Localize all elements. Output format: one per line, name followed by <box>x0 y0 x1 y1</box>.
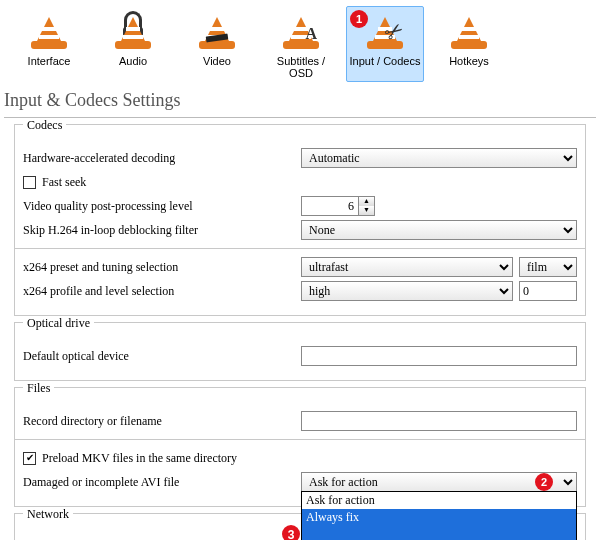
annotation-badge-3: 3 <box>282 525 300 540</box>
tab-label: Input / Codecs <box>349 55 421 67</box>
annotation-badge-1: 1 <box>350 10 368 28</box>
avi-select[interactable]: Ask for action 2 Ask for action Always f… <box>301 472 577 492</box>
spin-down-icon[interactable]: ▼ <box>359 206 374 215</box>
x264-profile-label: x264 profile and level selection <box>23 284 301 299</box>
skip-h264-select[interactable]: None <box>301 220 577 240</box>
page-title: Input & Codecs Settings <box>0 84 600 117</box>
group-legend: Optical drive <box>23 316 94 331</box>
optical-device-input[interactable] <box>301 346 577 366</box>
spin-up-icon[interactable]: ▲ <box>359 197 374 206</box>
tab-label: Subtitles / OSD <box>265 55 337 79</box>
avi-option[interactable]: Ask for action <box>302 492 576 509</box>
tab-label: Audio <box>97 55 169 67</box>
fast-seek-label: Fast seek <box>42 175 86 190</box>
divider <box>15 248 585 249</box>
group-legend: Network <box>23 507 73 522</box>
tab-audio[interactable]: Audio <box>94 6 172 82</box>
tab-interface[interactable]: Interface <box>10 6 88 82</box>
tab-video[interactable]: Video <box>178 6 256 82</box>
preload-mkv-label: Preload MKV files in the same directory <box>42 451 237 466</box>
annotation-badge-2: 2 <box>535 473 553 491</box>
category-toolbar: Interface Audio Video A Subtitles / OSD … <box>0 0 600 84</box>
tab-label: Interface <box>13 55 85 67</box>
hw-decoding-select[interactable]: Automatic <box>301 148 577 168</box>
x264-preset-select[interactable]: ultrafast <box>301 257 513 277</box>
skip-h264-label: Skip H.264 in-loop deblocking filter <box>23 223 301 238</box>
files-group: Files Record directory or filename ✔ Pre… <box>14 387 586 507</box>
optical-group: Optical drive Default optical device <box>14 322 586 381</box>
hw-decoding-label: Hardware-accelerated decoding <box>23 151 301 166</box>
group-legend: Codecs <box>23 118 66 133</box>
fast-seek-checkbox[interactable] <box>23 176 36 189</box>
divider <box>4 117 596 118</box>
x264-tuning-select[interactable]: film <box>519 257 577 277</box>
avi-option[interactable]: Always fix3 <box>302 509 576 540</box>
x264-preset-label: x264 preset and tuning selection <box>23 260 301 275</box>
group-legend: Files <box>23 381 54 396</box>
tab-subtitles[interactable]: A Subtitles / OSD <box>262 6 340 82</box>
preload-mkv-checkbox[interactable]: ✔ <box>23 452 36 465</box>
optical-device-label: Default optical device <box>23 349 301 364</box>
divider <box>15 439 585 440</box>
avi-dropdown-list: Ask for action Always fix3 Never fix Fix… <box>301 491 577 540</box>
vq-pp-label: Video quality post-processing level <box>23 199 301 214</box>
vq-pp-input[interactable] <box>302 197 358 215</box>
letter-a-icon: A <box>305 25 317 43</box>
codecs-group: Codecs Hardware-accelerated decoding Aut… <box>14 124 586 316</box>
tab-label: Video <box>181 55 253 67</box>
record-dir-label: Record directory or filename <box>23 414 301 429</box>
tab-hotkeys[interactable]: Hotkeys <box>430 6 508 82</box>
vq-pp-spinner[interactable]: ▲▼ <box>301 196 375 216</box>
avi-label: Damaged or incomplete AVI file <box>23 475 301 490</box>
tab-input-codecs[interactable]: 1 ✂ Input / Codecs <box>346 6 424 82</box>
record-dir-input[interactable] <box>301 411 577 431</box>
x264-profile-select[interactable]: high <box>301 281 513 301</box>
tab-label: Hotkeys <box>433 55 505 67</box>
x264-level-input[interactable] <box>519 281 577 301</box>
